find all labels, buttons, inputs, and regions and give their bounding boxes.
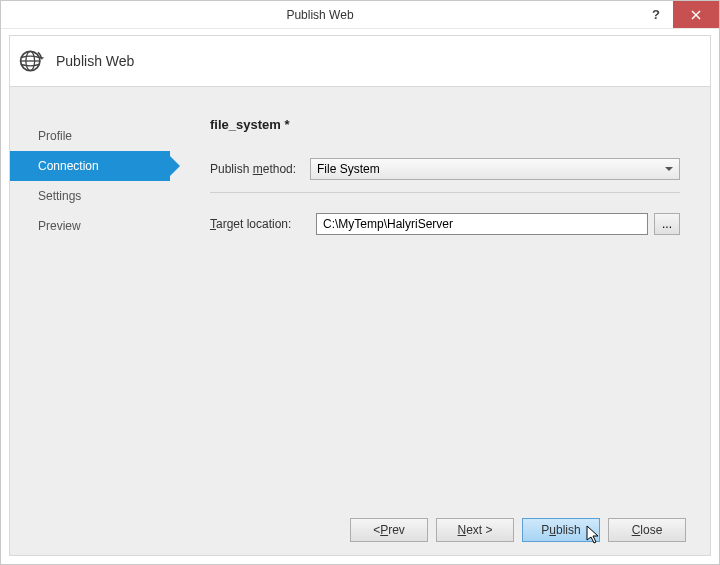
close-button[interactable]: Close <box>608 518 686 542</box>
close-icon <box>691 10 701 20</box>
publish-method-value: File System <box>317 162 380 176</box>
header-title: Publish Web <box>56 53 134 69</box>
target-location-input[interactable] <box>316 213 648 235</box>
publish-method-select[interactable]: File System <box>310 158 680 180</box>
content-panel: file_system * Publish method: File Syste… <box>170 87 710 505</box>
publish-web-window: Publish Web ? Publish Web Profile Connec… <box>0 0 720 565</box>
next-button[interactable]: Next > <box>436 518 514 542</box>
prev-button[interactable]: < Prev <box>350 518 428 542</box>
browse-button[interactable]: ... <box>654 213 680 235</box>
footer: < Prev Next > Publish Close <box>10 505 710 555</box>
close-window-button[interactable] <box>673 1 719 28</box>
divider <box>210 192 680 193</box>
globe-icon <box>18 47 46 75</box>
body-area: Profile Connection Settings Preview file… <box>9 87 711 556</box>
sidebar: Profile Connection Settings Preview <box>10 87 170 505</box>
help-button[interactable]: ? <box>639 1 673 28</box>
publish-method-label: Publish method: <box>210 162 310 176</box>
sidebar-item-connection[interactable]: Connection <box>10 151 170 181</box>
publish-button[interactable]: Publish <box>522 518 600 542</box>
profile-name-label: file_system * <box>210 117 680 132</box>
titlebar: Publish Web ? <box>1 1 719 29</box>
window-title: Publish Web <box>1 1 639 28</box>
sidebar-item-profile[interactable]: Profile <box>10 121 170 151</box>
target-location-label: Target location: <box>210 217 310 231</box>
chevron-down-icon <box>665 167 673 171</box>
header-band: Publish Web <box>9 35 711 87</box>
sidebar-item-preview[interactable]: Preview <box>10 211 170 241</box>
sidebar-item-settings[interactable]: Settings <box>10 181 170 211</box>
